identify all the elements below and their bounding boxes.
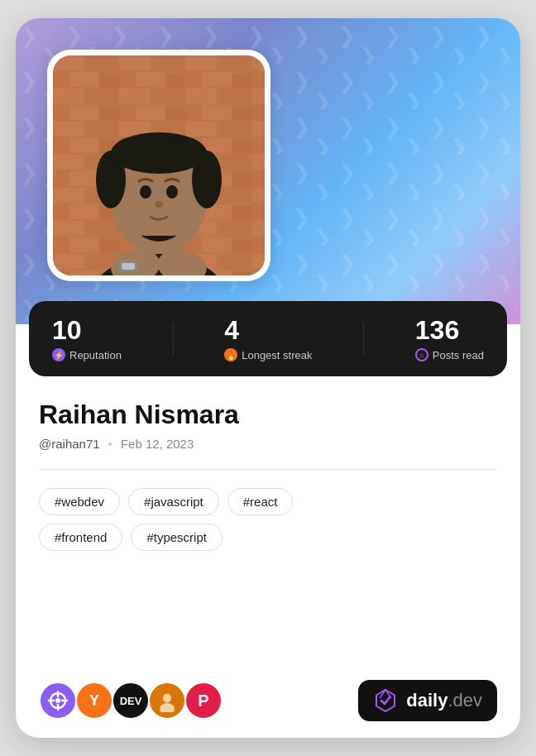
posts-read-value: 136 bbox=[415, 316, 459, 345]
profile-date: Feb 12, 2023 bbox=[121, 437, 194, 451]
svg-point-15 bbox=[166, 185, 178, 199]
svg-point-23 bbox=[192, 151, 222, 208]
reputation-value: 10 bbox=[52, 316, 82, 345]
streak-value: 4 bbox=[224, 316, 239, 345]
profile-divider bbox=[39, 469, 497, 470]
source-icon-product-hunt[interactable]: P bbox=[184, 682, 223, 720]
stat-streak: 4 🔥 Longest streak bbox=[224, 316, 312, 361]
svg-rect-20 bbox=[122, 263, 135, 270]
reputation-icon: ⚡ bbox=[52, 348, 65, 361]
stats-divider-2 bbox=[363, 323, 364, 356]
profile-card: ❯ ❯ bbox=[16, 18, 520, 738]
streak-icon: 🔥 bbox=[224, 348, 237, 361]
avatar bbox=[53, 55, 265, 275]
tag-react[interactable]: #react bbox=[227, 488, 294, 515]
tag-frontend[interactable]: #frontend bbox=[39, 524, 122, 551]
stat-posts-read: 136 ○ Posts read bbox=[415, 316, 484, 361]
svg-point-21 bbox=[111, 132, 207, 174]
source-icon-y-combinator[interactable]: Y bbox=[75, 682, 113, 720]
profile-handle: @raihan71 bbox=[39, 437, 100, 451]
svg-point-14 bbox=[140, 185, 151, 199]
posts-read-icon: ○ bbox=[415, 348, 428, 361]
tags-row-1: #webdev #javascript #react bbox=[39, 488, 497, 515]
profile-name: Raihan Nismara bbox=[39, 400, 497, 430]
svg-point-22 bbox=[96, 151, 126, 208]
tag-javascript[interactable]: #javascript bbox=[128, 488, 219, 515]
tag-webdev[interactable]: #webdev bbox=[39, 488, 120, 515]
banner: ❯ ❯ bbox=[16, 18, 520, 324]
brand-name-light: .dev bbox=[447, 690, 482, 711]
profile-dot: • bbox=[108, 437, 112, 451]
tags-section: #webdev #javascript #react #frontend #ty… bbox=[16, 488, 520, 559]
stats-divider-1 bbox=[173, 323, 174, 356]
brand-name-bold: daily bbox=[406, 690, 447, 711]
svg-point-16 bbox=[155, 201, 163, 208]
stat-reputation: 10 ⚡ Reputation bbox=[52, 316, 122, 361]
source-icons: Y DEV P bbox=[39, 682, 223, 720]
source-icon-crosshair[interactable] bbox=[39, 682, 77, 720]
posts-read-label: ○ Posts read bbox=[415, 348, 484, 361]
bottom-row: Y DEV P daily .dev bbox=[16, 663, 520, 738]
streak-label: 🔥 Longest streak bbox=[224, 348, 312, 361]
tag-typescript[interactable]: #typescript bbox=[131, 524, 223, 551]
svg-point-31 bbox=[163, 694, 171, 703]
branding: daily .dev bbox=[358, 680, 497, 721]
svg-point-29 bbox=[55, 698, 60, 703]
brand-logo-icon bbox=[373, 688, 398, 713]
source-icon-dev[interactable]: DEV bbox=[112, 682, 150, 720]
profile-meta: @raihan71 • Feb 12, 2023 bbox=[39, 437, 497, 451]
tags-row-2: #frontend #typescript bbox=[39, 524, 497, 551]
profile-info: Raihan Nismara @raihan71 • Feb 12, 2023 bbox=[16, 376, 520, 451]
brand-text: daily .dev bbox=[406, 690, 482, 711]
reputation-label: ⚡ Reputation bbox=[52, 348, 122, 361]
stats-bar: 10 ⚡ Reputation 4 🔥 Longest streak 136 ○… bbox=[29, 301, 507, 376]
source-icon-person[interactable] bbox=[148, 682, 186, 720]
avatar-illustration bbox=[53, 55, 265, 275]
avatar-wrapper bbox=[47, 50, 270, 281]
